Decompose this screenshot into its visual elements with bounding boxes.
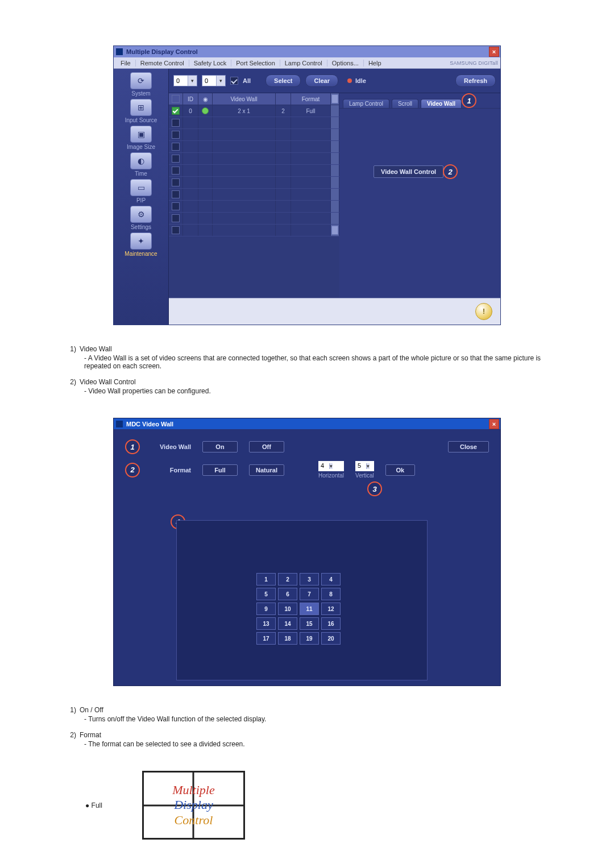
off-button[interactable]: Off [249, 441, 284, 452]
table-row[interactable] [169, 177, 339, 189]
settings-icon: ⚙ [130, 206, 152, 223]
sidebar-item-system[interactable]: ⟳ System [114, 72, 168, 97]
sidebar-item-image-size[interactable]: ▣ Image Size [114, 126, 168, 150]
col-power-icon: ◉ [198, 93, 213, 105]
toolbar-combo-2[interactable]: 0 ▾ [202, 75, 226, 86]
table-row[interactable] [169, 213, 339, 225]
table-row[interactable] [169, 141, 339, 153]
table-row[interactable] [169, 165, 339, 177]
cell[interactable]: 13 [256, 617, 276, 630]
horizontal-label: Horizontal [318, 472, 344, 479]
menu-remote-control[interactable]: Remote Control [136, 60, 189, 67]
title-bar: Multiple Display Control × [114, 46, 500, 57]
format-label: Format [151, 467, 191, 474]
toolbar-combo-1[interactable]: 0 ▾ [173, 75, 197, 86]
close-icon[interactable]: × [489, 419, 499, 429]
table-row[interactable]: 0 2 x 1 2 Full [169, 105, 339, 117]
time-icon: ◐ [130, 152, 152, 169]
menu-port-selection[interactable]: Port Selection [231, 60, 280, 67]
table-row[interactable] [169, 117, 339, 129]
vertical-combo[interactable]: 5 ▾ [355, 461, 374, 471]
list-number: 2) [63, 731, 80, 754]
callout-1: 1 [462, 93, 476, 108]
cell[interactable]: 6 [278, 588, 297, 600]
full-button[interactable]: Full [202, 464, 238, 476]
cell[interactable]: 8 [321, 588, 341, 600]
cell[interactable]: 14 [278, 617, 297, 630]
cell[interactable]: 3 [300, 573, 319, 585]
table-row[interactable] [169, 153, 339, 165]
cell-selected[interactable]: 11 [300, 603, 319, 615]
maintenance-icon: ✦ [130, 232, 152, 250]
sidebar-item-input-source[interactable]: ⊞ Input Source [114, 99, 168, 123]
chevron-down-icon: ▾ [366, 463, 370, 469]
cell[interactable]: 7 [300, 588, 319, 600]
header-checkbox[interactable] [172, 95, 180, 103]
cell[interactable]: 18 [278, 632, 297, 645]
cell[interactable]: 2 [278, 573, 297, 585]
close-button[interactable]: Close [448, 441, 489, 452]
sidebar-item-settings[interactable]: ⚙ Settings [114, 206, 168, 230]
col-spacer [276, 93, 291, 105]
sidebar-item-label: Time [114, 171, 168, 177]
menu-file[interactable]: File [116, 60, 136, 67]
video-wall-control-button[interactable]: Video Wall Control [374, 165, 443, 178]
list-desc: Turns on/off the Video Wall function of … [84, 715, 551, 723]
cell[interactable]: 5 [256, 588, 276, 600]
tab-video-wall[interactable]: Video Wall [421, 99, 462, 108]
table-row[interactable] [169, 225, 339, 236]
sidebar-item-label: Maintenance [114, 251, 168, 257]
chevron-down-icon: ▾ [329, 463, 333, 469]
col-id: ID [183, 93, 198, 105]
cell[interactable]: 17 [256, 632, 276, 645]
cell[interactable]: 15 [300, 617, 319, 630]
list-title: Video Wall Control [80, 378, 136, 386]
sidebar-item-time[interactable]: ◐ Time [114, 152, 168, 177]
cell[interactable]: 10 [278, 603, 297, 615]
all-checkbox[interactable] [230, 77, 238, 85]
system-icon: ⟳ [130, 72, 152, 89]
all-label: All [243, 77, 251, 84]
refresh-button[interactable]: Refresh [455, 74, 496, 87]
cell[interactable]: 12 [321, 603, 341, 615]
table-row[interactable] [169, 201, 339, 213]
horizontal-combo[interactable]: 4 ▾ [318, 461, 344, 471]
sidebar-item-maintenance[interactable]: ✦ Maintenance [114, 232, 168, 257]
clear-button[interactable]: Clear [305, 74, 338, 87]
chevron-down-icon[interactable] [331, 226, 338, 235]
menu-options[interactable]: Options... [327, 60, 364, 67]
title-bar: MDC Video Wall × [114, 418, 500, 429]
menu-lamp-control[interactable]: Lamp Control [280, 60, 327, 67]
mdc-video-wall-window: MDC Video Wall × 1 Video Wall On Off Clo… [113, 418, 501, 686]
tab-lamp-control[interactable]: Lamp Control [343, 99, 389, 108]
ok-button[interactable]: Ok [385, 464, 415, 476]
tab-scroll[interactable]: Scroll [392, 99, 418, 108]
cell[interactable]: 1 [256, 573, 276, 585]
menu-safety-lock[interactable]: Safety Lock [189, 60, 231, 67]
right-panel: Lamp Control Scroll Video Wall 1 Video W… [339, 93, 500, 298]
natural-button[interactable]: Natural [249, 464, 284, 476]
close-icon[interactable]: × [489, 47, 499, 57]
sidebar-item-pip[interactable]: ▭ PIP [114, 179, 168, 203]
mdc-main-window: Multiple Display Control × File Remote C… [113, 45, 501, 325]
cell[interactable]: 4 [321, 573, 341, 585]
scrollbar[interactable] [331, 93, 339, 105]
on-button[interactable]: On [202, 441, 238, 452]
doc-list-2: 1) On / Off Turns on/off the Video Wall … [63, 706, 551, 754]
table-row[interactable] [169, 189, 339, 201]
cell[interactable]: 20 [321, 632, 341, 645]
info-icon: ! [475, 303, 492, 320]
brand-label: SAMSUNG DIGITall [450, 60, 498, 66]
bullet-full: ● Full [85, 801, 102, 809]
table-row[interactable] [169, 129, 339, 141]
select-button[interactable]: Select [265, 74, 301, 87]
row-checkbox[interactable] [172, 107, 180, 115]
cell[interactable]: 16 [321, 617, 341, 630]
cell[interactable]: 19 [300, 632, 319, 645]
callout-2: 2 [443, 164, 458, 179]
grid-body: 0 2 x 1 2 Full [169, 105, 339, 298]
menu-bar: File Remote Control Safety Lock Port Sel… [114, 57, 500, 69]
idle-dot-icon [347, 78, 352, 83]
menu-help[interactable]: Help [364, 60, 386, 67]
cell[interactable]: 9 [256, 603, 276, 615]
